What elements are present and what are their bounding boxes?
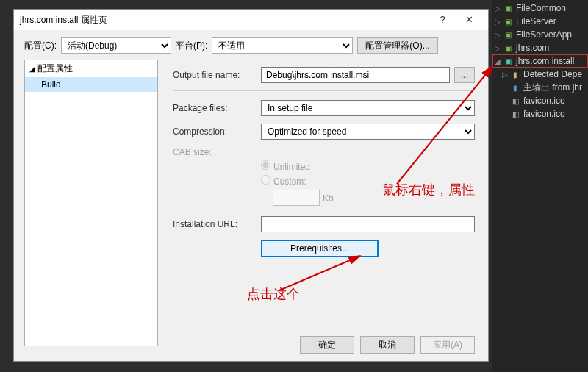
tree-item[interactable]: Detected Depe bbox=[523, 69, 582, 79]
config-tree[interactable]: 配置属性 Build bbox=[24, 60, 158, 346]
close-button[interactable]: ✕ bbox=[456, 11, 482, 29]
folder-icon: ▮ bbox=[510, 69, 520, 79]
tree-build[interactable]: Build bbox=[25, 77, 157, 92]
tree-item[interactable]: FileServerApp bbox=[516, 29, 572, 40]
tree-item[interactable]: favicon.ico bbox=[523, 109, 565, 119]
tree-item[interactable]: favicon.ico bbox=[523, 96, 565, 106]
dialog-title: jhrs.com install 属性页 bbox=[20, 14, 429, 26]
cab-radio-group: Unlimited Custom: Kb bbox=[173, 160, 475, 206]
ok-button[interactable]: 确定 bbox=[300, 336, 354, 354]
favicon-icon: ◧ bbox=[510, 96, 520, 106]
tree-item[interactable]: 主输出 from jhr bbox=[523, 82, 582, 94]
tree-item[interactable]: jhrs.com bbox=[516, 43, 549, 53]
radio-custom-input bbox=[261, 175, 270, 185]
prerequisites-button[interactable]: Prerequisites... bbox=[261, 240, 379, 257]
config-select[interactable]: 活动(Debug) bbox=[61, 37, 171, 54]
platform-label: 平台(P): bbox=[176, 40, 207, 52]
tree-item-selected[interactable]: jhrs.com install bbox=[516, 56, 574, 66]
config-label: 配置(C): bbox=[24, 40, 57, 52]
platform-select[interactable]: 不适用 bbox=[212, 37, 353, 54]
apply-button[interactable]: 应用(A) bbox=[420, 336, 475, 354]
package-files-select[interactable]: In setup file bbox=[261, 100, 475, 116]
titlebar: jhrs.com install 属性页 ? ✕ bbox=[14, 10, 488, 30]
output-icon: ▮ bbox=[510, 82, 520, 93]
cab-size-label: CAB size: bbox=[173, 147, 261, 157]
cab-size-input bbox=[273, 190, 320, 206]
divider bbox=[173, 90, 475, 91]
install-url-label: Installation URL: bbox=[173, 219, 261, 229]
radio-unlimited: Unlimited bbox=[261, 160, 475, 172]
tree-root[interactable]: 配置属性 bbox=[25, 60, 157, 77]
compression-label: Compression: bbox=[173, 126, 261, 137]
radio-unlimited-input bbox=[261, 160, 270, 170]
csproj-icon: ▣ bbox=[503, 3, 513, 13]
solution-explorer[interactable]: ▷▣FileCommon ▷▣FileServer ▷▣FileServerAp… bbox=[492, 0, 588, 372]
kb-label: Kb bbox=[323, 193, 334, 204]
install-url-input[interactable] bbox=[261, 216, 475, 232]
compression-select[interactable]: Optimized for speed bbox=[261, 124, 475, 140]
cancel-button[interactable]: 取消 bbox=[360, 336, 415, 354]
tree-item[interactable]: FileServer bbox=[516, 16, 556, 26]
output-file-input[interactable] bbox=[261, 67, 450, 83]
help-button[interactable]: ? bbox=[429, 11, 456, 29]
csproj-icon: ▣ bbox=[503, 29, 513, 40]
tree-item[interactable]: FileCommon bbox=[516, 3, 566, 13]
radio-custom: Custom: bbox=[261, 175, 475, 187]
properties-dialog: jhrs.com install 属性页 ? ✕ 配置(C): 活动(Debug… bbox=[13, 9, 489, 362]
form-panel: Output file name: ... Package files: In … bbox=[158, 60, 488, 346]
dialog-footer: 确定 取消 应用(A) bbox=[300, 336, 475, 354]
output-file-label: Output file name: bbox=[173, 70, 261, 80]
browse-button[interactable]: ... bbox=[454, 67, 475, 83]
package-files-label: Package files: bbox=[173, 103, 261, 113]
csproj-icon: ▣ bbox=[503, 16, 513, 26]
csproj-icon: ▣ bbox=[503, 43, 513, 53]
config-row: 配置(C): 活动(Debug) 平台(P): 不适用 配置管理器(O)... bbox=[14, 30, 488, 60]
config-manager-button[interactable]: 配置管理器(O)... bbox=[357, 37, 437, 54]
favicon-icon: ◧ bbox=[510, 109, 520, 119]
installer-icon: ▣ bbox=[503, 56, 513, 66]
